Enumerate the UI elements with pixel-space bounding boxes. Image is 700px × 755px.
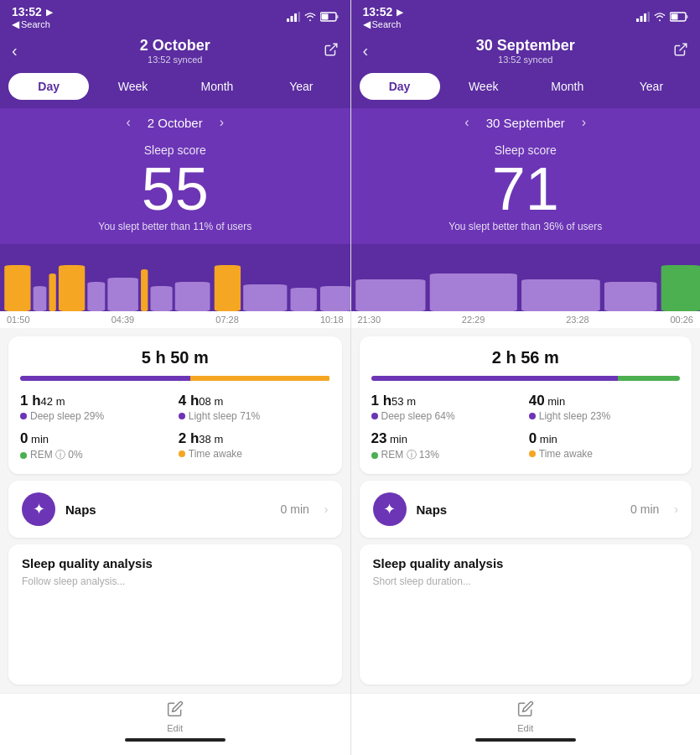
- svg-rect-33: [661, 265, 700, 311]
- svg-rect-18: [243, 284, 287, 311]
- sleep-stat-item: 2 h38 mTime awake: [179, 430, 330, 462]
- svg-rect-5: [336, 15, 338, 18]
- tabs-bar: DayWeekMonthYear: [351, 73, 701, 108]
- naps-icon: ✦: [373, 492, 407, 526]
- next-date-button[interactable]: ›: [582, 115, 586, 130]
- share-button[interactable]: [324, 42, 339, 60]
- chart-svg: [351, 253, 701, 311]
- naps-card[interactable]: ✦ Naps 0 min ›: [360, 481, 692, 538]
- sleep-stat-value: 4 h08 m: [179, 393, 330, 409]
- date-nav: ‹ 30 September ›: [351, 108, 701, 137]
- sleep-stat-value: 0 min: [20, 430, 172, 447]
- tab-year[interactable]: Year: [611, 73, 692, 100]
- sleep-stat-item: 1 h53 mDeep sleep 64%: [371, 393, 522, 422]
- svg-rect-12: [87, 282, 105, 311]
- svg-rect-30: [429, 273, 516, 311]
- sleep-stat-item: 0 minTime awake: [529, 430, 680, 462]
- panel-panel-oct2: 13:52 ▶ ◀ Search ‹ 2 October 13:52 s: [0, 0, 350, 755]
- quality-title: Sleep quality analysis: [22, 556, 329, 570]
- tab-week[interactable]: Week: [92, 73, 173, 100]
- naps-label: Naps: [65, 502, 271, 517]
- sleep-stat-label: REM ⓘ 0%: [20, 448, 172, 462]
- sleep-score-label: Sleep score: [12, 143, 339, 157]
- stat-dot: [371, 452, 378, 459]
- time-labels: 21:3022:2923:2800:26: [351, 311, 701, 328]
- sleep-stat-label: Time awake: [529, 448, 680, 460]
- sleep-stat-item: 23 minREM ⓘ 13%: [371, 430, 522, 462]
- header: ‹ 2 October 13:52 synced: [0, 32, 350, 73]
- prev-date-button[interactable]: ‹: [464, 115, 469, 130]
- battery-icon: [670, 12, 688, 23]
- svg-rect-27: [671, 14, 678, 20]
- tab-month[interactable]: Month: [177, 73, 257, 100]
- status-time: 13:52 ▶: [363, 5, 404, 18]
- time-label: 21:30: [358, 315, 381, 325]
- stat-dot: [179, 413, 185, 419]
- stat-dot: [529, 413, 536, 419]
- svg-rect-10: [49, 273, 55, 311]
- sleep-bar-segment: [190, 376, 329, 381]
- quality-subtitle: Short sleep duration...: [373, 575, 679, 587]
- signal-icon: [287, 12, 300, 23]
- svg-rect-20: [320, 286, 350, 311]
- location-icon: ▶: [397, 8, 403, 17]
- stat-dot: [179, 450, 185, 457]
- time-label: 01:50: [7, 315, 30, 325]
- sleep-stat-item: 0 minREM ⓘ 0%: [20, 430, 172, 462]
- status-search[interactable]: ◀ Search: [12, 18, 53, 30]
- edit-icon: [517, 700, 534, 721]
- sleep-bar-segment: [20, 376, 190, 381]
- tab-week[interactable]: Week: [443, 73, 524, 100]
- svg-rect-26: [687, 15, 688, 18]
- naps-value: 0 min: [630, 502, 659, 516]
- header-date: 30 September: [476, 37, 575, 55]
- sleep-stat-label: Time awake: [179, 448, 330, 460]
- sleep-chart: [0, 244, 350, 311]
- sleep-duration-bar: [20, 376, 330, 381]
- header-synced: 13:52 synced: [476, 55, 575, 65]
- header-info: 30 September 13:52 synced: [476, 37, 575, 65]
- svg-rect-3: [298, 12, 300, 22]
- edit-label[interactable]: Edit: [517, 723, 533, 733]
- status-bar: 13:52 ▶ ◀ Search: [351, 0, 701, 32]
- sleep-score-number: 55: [12, 159, 339, 219]
- tab-day[interactable]: Day: [360, 73, 440, 100]
- sleep-duration-card: 5 h 50 m1 h42 mDeep sleep 29%4 h08 mLigh…: [8, 336, 342, 474]
- naps-label: Naps: [417, 502, 621, 517]
- naps-card[interactable]: ✦ Naps 0 min ›: [8, 481, 342, 538]
- tab-year[interactable]: Year: [261, 73, 341, 100]
- header: ‹ 30 September 13:52 synced: [351, 32, 701, 73]
- svg-rect-31: [521, 279, 600, 311]
- status-search[interactable]: ◀ Search: [363, 18, 404, 30]
- current-date: 2 October: [148, 116, 203, 130]
- sleep-stat-item: 40 minLight sleep 23%: [529, 393, 680, 422]
- svg-rect-23: [644, 13, 646, 22]
- quality-title: Sleep quality analysis: [373, 556, 679, 570]
- back-button[interactable]: ‹: [363, 41, 369, 60]
- svg-rect-14: [141, 269, 148, 311]
- svg-rect-17: [215, 265, 241, 311]
- sleep-score-label: Sleep score: [363, 143, 689, 157]
- tab-month[interactable]: Month: [527, 73, 608, 100]
- back-button[interactable]: ‹: [12, 41, 18, 60]
- content-area: 5 h 50 m1 h42 mDeep sleep 29%4 h08 mLigh…: [0, 328, 350, 693]
- svg-line-28: [680, 44, 687, 50]
- time-labels: 01:5004:3907:2810:18: [0, 311, 350, 328]
- wifi-icon: [653, 12, 666, 23]
- location-icon: ▶: [46, 8, 53, 17]
- time-label: 07:28: [215, 315, 239, 325]
- svg-rect-11: [59, 265, 85, 311]
- edit-label[interactable]: Edit: [167, 723, 183, 733]
- current-date: 30 September: [486, 116, 565, 130]
- share-button[interactable]: [673, 42, 688, 60]
- next-date-button[interactable]: ›: [220, 115, 224, 130]
- sleep-duration-value: 5 h 50 m: [20, 348, 330, 367]
- time-label: 00:26: [670, 315, 693, 325]
- stat-dot: [20, 452, 27, 459]
- sleep-stats-grid: 1 h42 mDeep sleep 29%4 h08 mLight sleep …: [20, 393, 330, 462]
- bottom-nav: Edit: [0, 693, 350, 755]
- sleep-score-section: Sleep score 71 You slept better than 36%…: [351, 137, 701, 244]
- tab-day[interactable]: Day: [8, 73, 89, 100]
- prev-date-button[interactable]: ‹: [126, 115, 130, 130]
- sleep-stat-label: REM ⓘ 13%: [371, 448, 522, 462]
